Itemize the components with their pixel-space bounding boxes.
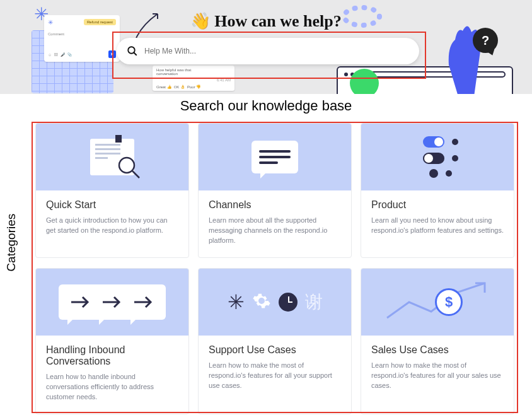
speech-bubble-icon	[252, 141, 298, 173]
feedback-card-decoration: How helpful was that conversation 6:41 A…	[153, 66, 234, 91]
magnifier-icon	[117, 155, 142, 180]
question-badge-icon: ?	[473, 28, 498, 53]
asterisk-icon: ✳	[228, 290, 245, 314]
gear-icon	[252, 291, 271, 313]
comment-label: Comment	[48, 32, 116, 36]
search-icon	[127, 45, 138, 57]
toggle-on-icon	[423, 136, 444, 148]
category-card-quick-start[interactable]: Quick Start Get a quick introduction to …	[35, 123, 189, 258]
category-card-product[interactable]: Product Learn all you need to know about…	[361, 123, 514, 258]
feedback-opt-poor: Poor 👎	[187, 85, 200, 89]
feedback-time: 6:41 AM	[217, 78, 231, 82]
wave-icon: 👋	[190, 12, 211, 30]
category-card-sales[interactable]: $ Sales Use Cases Learn how to make the …	[361, 268, 514, 414]
card-desc: Learn how to make the most of respond.io…	[209, 361, 341, 391]
category-card-channels[interactable]: Channels Learn more about all the suppor…	[198, 123, 352, 258]
card-desc: Learn all you need to know about using r…	[371, 216, 504, 236]
arrow-right-icon	[101, 295, 123, 310]
search-bar[interactable]	[117, 38, 419, 64]
categories-label: Categories	[4, 214, 18, 272]
sales-illustration: $	[361, 269, 514, 336]
category-card-handling-inbound[interactable]: Handling Inbound Conversations Learn how…	[35, 268, 189, 414]
comment-toolbar-icons: ☺🖼🎤📎	[48, 52, 74, 57]
quick-start-illustration	[36, 124, 188, 190]
card-title: Channels	[209, 199, 341, 211]
knob-icon	[429, 169, 438, 178]
card-desc: Learn more about all the supported messa…	[209, 216, 341, 246]
card-title: Support Use Cases	[209, 344, 341, 356]
search-input[interactable]	[144, 47, 409, 56]
card-title: Quick Start	[46, 199, 178, 211]
send-icon: ➤	[108, 50, 116, 58]
comment-card-decoration: ✳ Refund request Comment ☺🖼🎤📎 ➤	[44, 15, 120, 62]
svg-point-3	[119, 158, 134, 173]
inbound-illustration	[36, 269, 188, 336]
card-title: Sales Use Cases	[371, 344, 504, 356]
hero-title-text: How can we help?	[214, 12, 342, 30]
categories-section: Categories Quick Start Get a quick intro…	[0, 120, 532, 414]
feedback-line2: conversation	[156, 72, 231, 76]
arrow-right-icon	[70, 295, 91, 310]
clock-icon	[279, 293, 298, 312]
svg-line-1	[134, 52, 137, 56]
dollar-coin-icon: $	[435, 288, 463, 316]
card-desc: Learn how to handle inbound conversation…	[46, 372, 178, 402]
channels-illustration	[199, 124, 351, 190]
feedback-opt-great: Great 👍	[156, 85, 171, 89]
svg-point-2	[344, 8, 379, 25]
svg-point-0	[128, 47, 135, 54]
green-circle-decoration	[350, 69, 379, 94]
chip-label: Refund request	[84, 19, 116, 25]
product-illustration	[361, 124, 514, 190]
category-card-support[interactable]: ✳ 谢 Support Use Cases Learn how to make …	[198, 268, 352, 414]
card-desc: Learn how to make the most of respond.io…	[371, 361, 504, 391]
dots-trail-icon	[343, 4, 419, 35]
categories-grid: Quick Start Get a quick introduction to …	[35, 123, 514, 414]
card-desc: Get a quick introduction to how you can …	[46, 216, 178, 236]
card-title: Product	[371, 199, 504, 211]
sparkle-small-icon: ✳	[48, 19, 53, 26]
hero-banner: ✳ ✳ Refund request Comment ☺🖼🎤📎 ➤ 👋How c…	[0, 0, 532, 94]
arrow-right-icon	[133, 295, 154, 310]
card-title: Handling Inbound Conversations	[46, 344, 178, 367]
cjk-character-icon: 谢	[305, 290, 323, 314]
support-illustration: ✳ 谢	[199, 269, 351, 336]
feedback-opt-ok: OK 👌	[174, 85, 185, 89]
toggle-off-icon	[423, 153, 444, 164]
subtitle: Search our knowledge base	[0, 98, 532, 114]
svg-line-4	[132, 171, 139, 178]
